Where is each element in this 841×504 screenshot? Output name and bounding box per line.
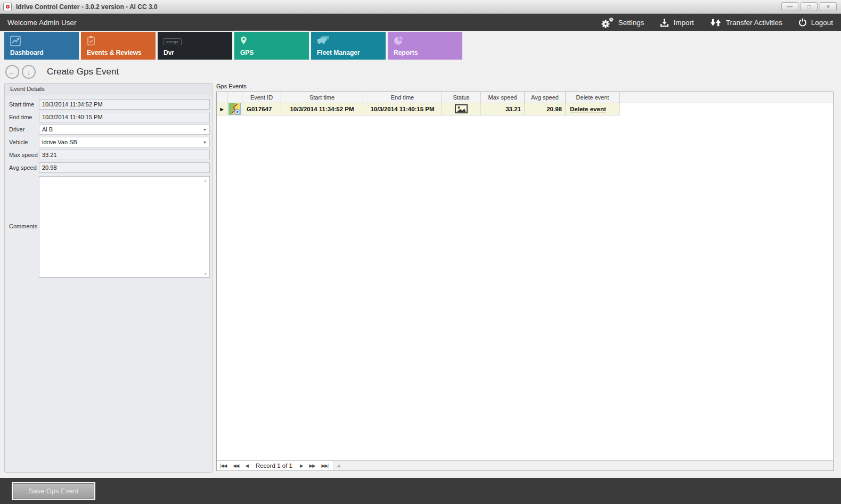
merge-icon: merge xyxy=(164,36,182,45)
max-speed-label: Max speed xyxy=(9,152,38,158)
footer-bar: Save Gps Event xyxy=(0,478,841,504)
header-max-speed[interactable]: Max speed xyxy=(481,92,525,103)
cell-end-time: 10/3/2014 11:40:15 PM xyxy=(363,103,442,115)
pager-prev-button[interactable]: ◀ xyxy=(242,463,251,468)
header-avg-speed[interactable]: Avg speed xyxy=(525,92,566,103)
header-status[interactable]: Status xyxy=(442,92,481,103)
pager-next-page-button[interactable]: ▶▶ xyxy=(306,463,319,468)
back-button[interactable]: ← xyxy=(5,65,19,79)
pager-next-button[interactable]: ▶ xyxy=(297,463,306,468)
header-end-time[interactable]: End time xyxy=(363,92,442,103)
transfer-icon xyxy=(710,19,722,27)
map-pin-icon xyxy=(240,36,247,47)
end-time-field[interactable]: 10/3/2014 11:40:15 PM xyxy=(39,112,210,122)
tab-events-reviews[interactable]: Events & Reviews xyxy=(81,32,156,60)
gps-events-grid: Event ID Start time End time Status Max … xyxy=(216,92,834,471)
chevron-down-icon: ▼ xyxy=(203,128,207,131)
form-row: Max speed 33.21 xyxy=(5,150,212,160)
toolbar-actions: Settings Import Transfer Activities xyxy=(593,17,841,28)
left-arrow-icon: ← xyxy=(9,68,17,76)
tab-dvr-label: Dvr xyxy=(164,49,174,56)
tab-gps-label: GPS xyxy=(240,49,254,56)
tab-events-reviews-label: Events & Reviews xyxy=(87,49,142,56)
tab-fleet-manager[interactable]: Fleet Manager xyxy=(311,32,386,60)
event-details-panel: Event Details Start time 10/3/2014 11:34… xyxy=(4,83,213,473)
header-event-id[interactable]: Event ID xyxy=(242,92,281,103)
horizontal-scrollbar[interactable]: ◀ xyxy=(333,461,833,470)
event-details-header: Event Details xyxy=(5,84,212,95)
row-icon-cell[interactable] xyxy=(227,103,242,115)
comments-textarea[interactable]: ▲ ▼ xyxy=(39,176,210,278)
down-arrow-icon: ↓ xyxy=(27,68,31,76)
logout-button[interactable]: Logout xyxy=(790,18,841,27)
tab-reports[interactable]: Reports xyxy=(388,32,462,60)
scroll-left-icon[interactable]: ◀ xyxy=(334,464,340,468)
fleet-icon xyxy=(317,36,331,47)
pie-chart-icon xyxy=(394,36,404,48)
gps-events-section: Gps Events Event ID Start time End time … xyxy=(216,83,834,471)
cell-avg-speed: 20.98 xyxy=(525,103,566,115)
minimize-button[interactable]: — xyxy=(781,2,798,11)
save-gps-event-button[interactable]: Save Gps Event xyxy=(12,482,95,500)
transfer-activities-label: Transfer Activities xyxy=(726,19,782,27)
driver-label: Driver xyxy=(9,126,25,133)
avg-speed-value: 20.98 xyxy=(42,164,57,171)
maximize-button[interactable]: □ xyxy=(801,2,818,11)
form-row: End time 10/3/2014 11:40:15 PM xyxy=(5,112,212,122)
form-row: Driver Al B ▼ xyxy=(5,124,212,135)
pager-first-button[interactable]: |◀◀ xyxy=(217,463,230,468)
power-icon xyxy=(798,18,807,27)
grid-pager: |◀◀ ◀◀ ◀ Record 1 of 1 ▶ ▶▶ ▶▶| ◀ xyxy=(217,460,833,470)
header-start-time[interactable]: Start time xyxy=(281,92,363,103)
cell-status[interactable] xyxy=(442,103,481,115)
driver-value: Al B xyxy=(42,126,53,133)
row-filler xyxy=(620,103,833,115)
top-toolbar: Welcome Admin User xyxy=(0,14,841,31)
tab-gps[interactable]: GPS xyxy=(234,32,309,60)
welcome-text: Welcome Admin User xyxy=(7,19,77,27)
image-icon xyxy=(455,104,468,114)
row-indicator-icon: ▶ xyxy=(220,107,223,112)
grid-header-row: Event ID Start time End time Status Max … xyxy=(217,92,833,103)
collapse-button[interactable]: ↓ xyxy=(22,65,36,79)
header-filler xyxy=(620,92,833,103)
scroll-down-icon[interactable]: ▼ xyxy=(203,272,207,276)
import-button[interactable]: Import xyxy=(652,18,701,27)
max-speed-field[interactable]: 33.21 xyxy=(39,150,210,160)
tab-dashboard[interactable]: Dashboard xyxy=(4,32,79,60)
clipboard-icon xyxy=(87,36,95,48)
driver-select[interactable]: Al B ▼ xyxy=(39,124,210,135)
import-label: Import xyxy=(673,19,693,27)
window-titlebar: Idrive Control Center - 3.0.2 version - … xyxy=(0,0,841,14)
tab-dashboard-label: Dashboard xyxy=(10,49,44,56)
tab-dvr[interactable]: merge Dvr xyxy=(158,32,232,60)
save-gps-event-label: Save Gps Event xyxy=(29,487,79,495)
vehicle-value: idrive Van SB xyxy=(42,139,77,145)
header-delete-event[interactable]: Delete event xyxy=(566,92,620,103)
comments-label: Comments xyxy=(9,223,37,229)
window-controls: — □ × xyxy=(781,2,838,11)
avg-speed-field[interactable]: 20.98 xyxy=(39,162,210,173)
scroll-up-icon[interactable]: ▲ xyxy=(203,178,207,182)
max-speed-value: 33.21 xyxy=(42,152,57,158)
gears-icon xyxy=(601,17,614,28)
end-time-value: 10/3/2014 11:40:15 PM xyxy=(42,114,103,120)
pager-record-label: Record 1 of 1 xyxy=(251,462,297,469)
tab-fleet-manager-label: Fleet Manager xyxy=(317,49,360,56)
table-row[interactable]: ▶ G017647 10/3/2014 11:34:52 PM 10/3/201… xyxy=(217,103,833,115)
settings-button[interactable]: Settings xyxy=(593,17,652,28)
vehicle-select[interactable]: idrive Van SB ▼ xyxy=(39,137,210,147)
vehicle-label: Vehicle xyxy=(9,139,28,145)
cell-start-time: 10/3/2014 11:34:52 PM xyxy=(281,103,363,115)
start-time-field[interactable]: 10/3/2014 11:34:52 PM xyxy=(39,99,210,110)
header-row-indicator xyxy=(217,92,227,103)
module-tabs: Dashboard Events & Reviews merge Dvr GPS xyxy=(4,32,462,60)
delete-event-link[interactable]: Delete event xyxy=(570,106,606,112)
close-button[interactable]: × xyxy=(820,2,837,11)
pager-last-button[interactable]: ▶▶| xyxy=(319,463,331,468)
pager-prev-page-button[interactable]: ◀◀ xyxy=(230,463,242,468)
line-chart-icon xyxy=(10,36,21,48)
transfer-activities-button[interactable]: Transfer Activities xyxy=(702,19,790,27)
chevron-down-icon: ▼ xyxy=(203,141,207,144)
breadcrumb: ← ↓ Create Gps Event xyxy=(5,64,119,80)
